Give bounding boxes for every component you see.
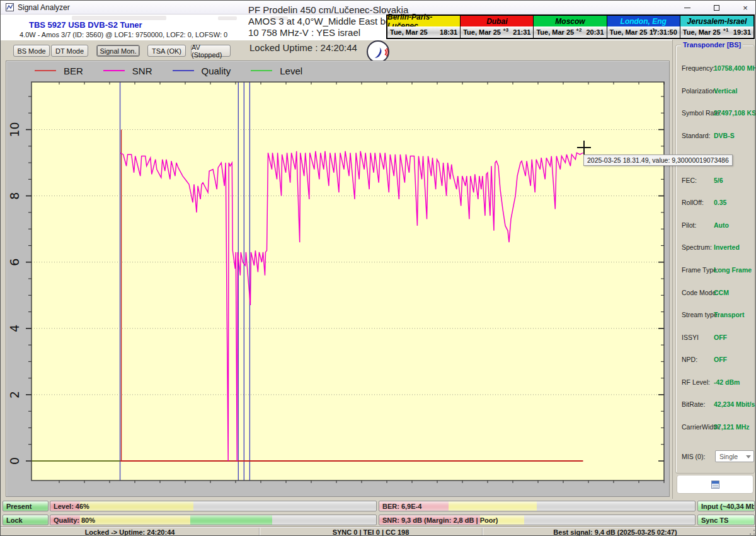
statusbar-uptime: Locked -> Uptime: 24:20:44	[1, 528, 260, 536]
device-title: TBS 5927 USB DVB-S2 Tuner	[29, 20, 142, 30]
device-subtitle: 4.0W - Amos 3/7 (ID: 3560) @ LOF1: 97500…	[20, 31, 227, 38]
signal-analyzer-window: { "window": { "title": "Signal Analyzer"…	[0, 0, 756, 536]
field-value: Vertical	[714, 87, 737, 95]
field-value: 0.35	[714, 199, 726, 206]
present-label: Present	[6, 503, 32, 510]
minimize-button[interactable]	[681, 2, 694, 13]
clock-city: Moscow	[534, 16, 606, 26]
quality-progressbar: Quality: 80%	[50, 515, 377, 525]
legend-label: BER	[64, 66, 83, 76]
transponder-field: Frequency: 10758,400 MHz	[676, 64, 755, 73]
world-clock: London, Eng Tue, Mar 25 -1 17:31:50	[607, 16, 680, 38]
transponder-field: NPD: OFF	[676, 356, 755, 364]
legend-line-swatch	[103, 70, 125, 71]
world-clock: Jerusalem-Israel Tue, Mar 25 +1 19:31	[680, 16, 753, 38]
sync-ts-indicator: Sync TS	[697, 515, 755, 525]
y-axis-label: 2	[8, 391, 21, 399]
world-clock: Moscow Tue, Mar 25 +2 20:31	[534, 16, 607, 38]
transponder-field: Symbol Rate: 27497,108 KS/s	[676, 109, 755, 118]
site-line-2: AMOS 3 at 4,0°W_Middle East beam	[248, 16, 408, 27]
snr-progressbar: SNR: 9,3 dB (Margin: 2,8 dB | Poor)	[379, 515, 696, 525]
snr-text: SNR: 9,3 dB (Margin: 2,8 dB | Poor)	[382, 516, 498, 524]
field-value: 37,121 MHz	[714, 423, 750, 431]
clock-time: 19:31	[733, 28, 751, 36]
stream-list-button[interactable]	[677, 475, 753, 494]
clock-city: Jerusalem-Israel	[680, 16, 753, 26]
plot-background	[32, 82, 664, 481]
transponder-field: Standard: DVB-S	[676, 132, 755, 141]
field-value: Auto	[714, 221, 729, 229]
lock-label: Lock	[6, 516, 23, 524]
window-title: Signal Analyzer	[18, 3, 70, 12]
tab-tsa-ok-[interactable]: TSA (OK)	[147, 45, 186, 57]
transponder-field: FEC: 5/6	[676, 177, 755, 185]
clock-time: 21:31	[513, 28, 530, 36]
field-label: NPD:	[682, 356, 697, 363]
clock-utc-offset: +3	[503, 27, 508, 33]
tooltip-text: 2025-03-25 18.31.49, value: 9,3000001907…	[587, 156, 729, 164]
clock-city: London, Eng	[607, 16, 680, 26]
signal-chart-panel: BERSNRQualityLevel 0246810	[6, 61, 670, 497]
tab-dt-mode[interactable]: DT Mode	[51, 45, 88, 57]
field-label: Spectrum:	[682, 243, 712, 251]
maximize-button[interactable]	[710, 2, 723, 13]
legend-label: SNR	[132, 66, 152, 76]
mis-dropdown[interactable]: Single	[715, 450, 754, 462]
field-label: Polarization:	[682, 87, 718, 95]
lock-indicator: Lock	[3, 515, 49, 525]
transponder-field: Stream type: Transport	[676, 311, 755, 320]
transponder-field: Spectrum: Inverted	[676, 243, 755, 252]
field-label: FEC:	[682, 177, 697, 184]
site-line-1: PF Prodelin 450 cm/Lučenec-Slovakia	[248, 4, 408, 16]
clock-date: Tue, Mar 25	[534, 28, 574, 36]
transponder-field: RF Level: -42 dBm	[676, 378, 755, 387]
clock-utc-offset: +1	[723, 27, 728, 33]
transponder-field: Pilot: Auto	[676, 221, 755, 230]
clock-city: Berlin-Paris-Lučenec	[387, 16, 460, 26]
clock-date: Tue, Mar 25	[387, 28, 428, 36]
transponder-field: Code Mode: CCM	[676, 289, 755, 298]
field-label: Frame Type:	[682, 266, 719, 274]
y-axis-label: 6	[8, 259, 21, 266]
signal-chart[interactable]: 0246810	[6, 61, 669, 496]
clock-date: Tue, Mar 25	[461, 28, 501, 36]
field-value: -42 dBm	[714, 378, 740, 386]
field-value: CCM	[714, 289, 729, 296]
resize-grip[interactable]	[748, 528, 756, 536]
transponder-field: BitRate: 42,234 Mbit/s	[676, 400, 755, 409]
site-line-3: 10 758 MHz-V : YES israel	[248, 27, 408, 38]
field-label: Standard:	[682, 132, 711, 139]
close-button[interactable]: ×	[739, 2, 752, 13]
mis-value: Single	[719, 453, 738, 460]
legend-item: SNR	[103, 66, 152, 76]
clock-time: 17:31:50	[650, 28, 677, 36]
field-value: Long Frame	[714, 266, 752, 274]
input-bitrate-indicator: Input (~40,34 Mbps)	[697, 501, 755, 511]
field-label: Frequency:	[682, 64, 715, 72]
tab-av-stopped-[interactable]: AV (Stopped)	[191, 45, 231, 57]
redaction-smudge	[72, 16, 166, 20]
tab-signal-mon-[interactable]: Signal Mon.	[96, 45, 140, 57]
transponder-field: Polarization: Vertical	[676, 87, 755, 96]
statusbar-best-signal: Best signal: 9,4 dB (2025-03-25 02:47)	[483, 528, 748, 536]
clock-date: Tue, Mar 25	[607, 28, 648, 36]
ber-progressbar: BER: 6,9E-4	[379, 501, 696, 511]
legend-line-swatch	[35, 70, 56, 71]
transponder-groupbox: Transponder [BS] Frequency: 10758,400 MH…	[675, 45, 755, 474]
clock-time: 20:31	[586, 28, 604, 36]
clock-date: Tue, Mar 25	[680, 28, 721, 36]
level-progressbar: Level: 46%	[50, 501, 377, 511]
legend-label: Quality	[202, 66, 231, 76]
statusbar-sync-counters: SYNC 0 | TEI 0 | CC 198	[260, 528, 483, 536]
clock-time: 18:31	[440, 28, 457, 36]
transponder-field: RollOff: 0.35	[676, 199, 755, 207]
legend-line-swatch	[251, 70, 272, 71]
y-axis-label: 4	[8, 325, 21, 332]
legend-line-swatch	[173, 70, 194, 71]
y-axis-label: 8	[8, 192, 21, 200]
legend-item: Quality	[173, 66, 231, 76]
field-label: RollOff:	[682, 199, 704, 206]
clock-city: Dubai	[461, 16, 533, 26]
tab-bs-mode[interactable]: BS Mode	[13, 45, 50, 57]
field-value: 5/6	[714, 177, 723, 184]
